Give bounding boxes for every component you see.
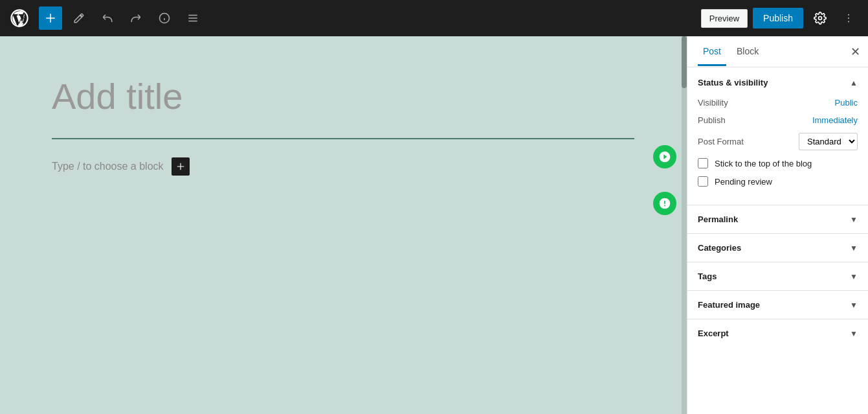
post-format-row: Post Format Standard Aside Image Video Q… — [698, 133, 858, 150]
publish-button[interactable]: Publish — [753, 8, 803, 29]
list-view-button[interactable] — [181, 6, 205, 30]
edit-tool-button[interactable] — [67, 6, 91, 30]
stick-to-top-label[interactable]: Stick to the top of the blog — [715, 159, 812, 168]
more-options-button[interactable] — [837, 6, 860, 30]
status-visibility-header[interactable]: Status & visibility ▲ — [687, 67, 868, 98]
tab-post[interactable]: Post — [698, 37, 726, 66]
categories-chevron: ▼ — [850, 244, 858, 253]
svg-point-8 — [848, 14, 849, 16]
visibility-label: Visibility — [698, 98, 728, 108]
pending-review-row: Pending review — [698, 176, 858, 187]
svg-point-10 — [848, 21, 849, 22]
sidebar: Post Block ✕ Status & visibility ▲ Visib… — [687, 36, 868, 414]
editor-area: Type / to choose a block — [0, 36, 687, 414]
excerpt-chevron: ▼ — [850, 329, 858, 338]
undo-button[interactable] — [96, 6, 119, 30]
editor-content: Type / to choose a block — [0, 36, 686, 212]
sidebar-close-button[interactable]: ✕ — [851, 45, 860, 59]
add-block-inline-button[interactable] — [172, 157, 190, 176]
tab-block[interactable]: Block — [731, 37, 764, 66]
settings-button[interactable] — [808, 6, 832, 30]
wp-logo-button[interactable] — [8, 6, 31, 30]
block-placeholder-text: Type / to choose a block — [52, 161, 164, 172]
tags-chevron: ▼ — [850, 272, 858, 281]
toolbar: Preview Publish — [0, 0, 868, 36]
visibility-value[interactable]: Public — [835, 98, 858, 108]
permalink-title: Permalink — [698, 214, 738, 224]
status-visibility-chevron: ▲ — [850, 78, 858, 87]
publish-row: Publish Immediately — [698, 115, 858, 125]
post-format-select[interactable]: Standard Aside Image Video Quote Link Ga… — [799, 133, 858, 150]
toolbar-right: Preview Publish — [701, 6, 860, 30]
publish-value[interactable]: Immediately — [812, 115, 858, 125]
preview-button[interactable]: Preview — [701, 9, 748, 28]
publish-label: Publish — [698, 115, 726, 125]
svg-point-7 — [819, 17, 822, 20]
permalink-chevron: ▼ — [850, 215, 858, 224]
scroll-track — [682, 36, 687, 414]
editor-divider — [52, 138, 634, 139]
categories-title: Categories — [698, 243, 741, 253]
excerpt-section[interactable]: Excerpt ▼ — [687, 319, 868, 347]
redo-button[interactable] — [124, 6, 148, 30]
add-block-toolbar-button[interactable] — [39, 6, 62, 30]
grammarly-icon-2[interactable] — [653, 192, 676, 215]
tags-section[interactable]: Tags ▼ — [687, 262, 868, 291]
status-visibility-content: Visibility Public Publish Immediately Po… — [687, 98, 868, 205]
block-placeholder: Type / to choose a block — [52, 147, 634, 186]
visibility-row: Visibility Public — [698, 98, 858, 108]
status-visibility-section: Status & visibility ▲ Visibility Public … — [687, 67, 868, 205]
stick-to-top-checkbox[interactable] — [698, 158, 708, 168]
post-format-label: Post Format — [698, 137, 744, 146]
excerpt-title: Excerpt — [698, 328, 729, 338]
post-title-input[interactable] — [52, 75, 634, 117]
status-visibility-title: Status & visibility — [698, 78, 768, 87]
pending-review-label[interactable]: Pending review — [715, 177, 772, 187]
stick-to-top-row: Stick to the top of the blog — [698, 158, 858, 168]
scroll-thumb[interactable] — [682, 36, 687, 88]
permalink-section[interactable]: Permalink ▼ — [687, 205, 868, 234]
info-button[interactable] — [153, 6, 176, 30]
featured-image-title: Featured image — [698, 300, 760, 310]
featured-image-section[interactable]: Featured image ▼ — [687, 291, 868, 319]
svg-point-9 — [848, 17, 849, 19]
featured-image-chevron: ▼ — [850, 301, 858, 310]
tags-title: Tags — [698, 271, 717, 281]
categories-section[interactable]: Categories ▼ — [687, 234, 868, 262]
sidebar-header: Post Block ✕ — [687, 36, 868, 67]
pending-review-checkbox[interactable] — [698, 176, 708, 187]
grammarly-icon-1[interactable] — [653, 145, 676, 168]
main-layout: Type / to choose a block Post Block ✕ — [0, 36, 868, 414]
